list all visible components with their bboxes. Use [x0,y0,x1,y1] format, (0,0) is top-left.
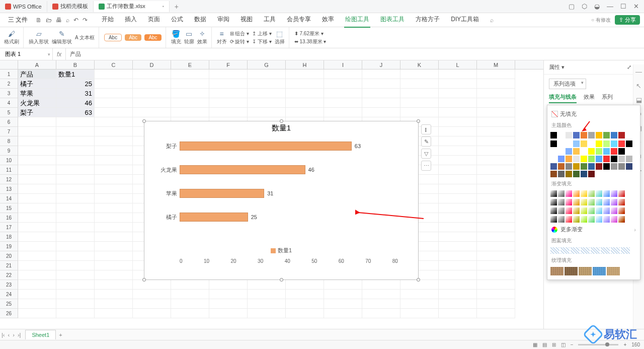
cell[interactable] [56,213,95,223]
gradient-swatch[interactable] [618,207,625,214]
color-swatch[interactable] [581,141,587,147]
color-swatch[interactable] [611,163,617,170]
gradient-swatch[interactable] [581,216,587,223]
cell[interactable] [286,108,324,117]
cell[interactable] [400,290,439,299]
gradient-swatch[interactable] [581,199,587,205]
select-button[interactable]: ⬚选择 [275,30,285,45]
cell[interactable] [362,98,400,108]
cell[interactable] [439,146,477,156]
cell[interactable] [18,223,56,232]
color-swatch[interactable] [550,171,557,177]
cell[interactable] [95,69,133,79]
gradient-swatch[interactable] [618,216,625,223]
pattern-swatch[interactable] [581,247,590,254]
bar-rect[interactable] [180,142,352,151]
color-swatch[interactable] [566,141,572,147]
zoom-slider[interactable] [578,344,618,345]
color-swatch[interactable] [573,156,580,162]
cell[interactable] [95,108,133,117]
edge-minus-icon[interactable]: — [635,67,643,76]
gradient-swatch[interactable] [611,216,617,223]
gradient-swatch[interactable] [558,199,565,205]
color-swatch[interactable] [626,156,632,162]
shape-height-input[interactable]: ⬍ 7.62厘米 ▾ [294,30,327,37]
gradient-swatch[interactable] [611,207,617,214]
color-swatch[interactable] [558,141,565,147]
color-swatch[interactable] [603,163,610,170]
row-header[interactable]: 10 [0,156,18,165]
tab-tools[interactable]: 工具 [263,12,277,28]
tab-workbook[interactable]: 工作簿数量.xlsx • [94,1,170,12]
cell[interactable] [439,175,477,184]
cell[interactable] [439,290,477,299]
cell[interactable] [18,290,56,299]
search-icon[interactable]: ⌕ [66,17,69,24]
cell[interactable] [56,232,95,242]
cell[interactable] [18,309,56,318]
color-swatch[interactable] [611,141,617,147]
color-swatch[interactable] [550,163,557,170]
cell[interactable] [133,299,171,309]
row-header[interactable]: 16 [0,213,18,223]
chart-bar[interactable]: 梨子63 [180,141,398,151]
cell[interactable] [439,79,477,89]
effect-button[interactable]: ✧效果 [197,30,207,45]
cell[interactable] [439,89,477,98]
cell[interactable] [95,203,133,213]
color-swatch[interactable] [573,141,580,147]
align-button[interactable]: ≡对齐 [217,30,227,45]
cell[interactable] [477,117,515,127]
avatar-icon[interactable]: ◒ [594,3,600,10]
zoom-in-icon[interactable]: + [623,342,626,347]
cell[interactable] [439,165,477,175]
cell[interactable] [95,223,133,232]
window-hex-icon[interactable]: ⬡ [582,3,587,10]
view-reader-icon[interactable]: ◫ [561,342,566,347]
col-header-F[interactable]: F [209,60,248,69]
cell[interactable] [133,69,171,79]
color-swatch[interactable] [618,156,625,162]
bar-rect[interactable] [180,189,264,198]
tab-data[interactable]: 数据 [193,12,207,28]
cell[interactable] [56,127,95,136]
gradient-swatch[interactable] [596,216,602,223]
chart-style-button[interactable]: ✎ [421,136,431,147]
cell[interactable] [18,261,56,270]
row-header[interactable]: 1 [0,69,18,79]
cell[interactable] [56,309,95,318]
cell[interactable] [362,280,400,290]
gradient-swatch[interactable] [581,190,587,197]
cell[interactable] [477,299,515,309]
cell[interactable] [56,156,95,165]
color-swatch[interactable] [588,171,595,177]
cell[interactable] [286,299,324,309]
gradient-swatch[interactable] [596,207,602,214]
row-header[interactable]: 9 [0,146,18,156]
edit-shape-button[interactable]: ✎编辑形状 [52,30,72,45]
cell[interactable] [324,309,362,318]
row-header[interactable]: 26 [0,309,18,318]
row-header[interactable]: 23 [0,280,18,290]
cell[interactable] [477,309,515,318]
cell[interactable] [477,213,515,223]
select-all-corner[interactable] [0,60,18,69]
more-gradient-button[interactable]: 更多渐变› [550,224,637,235]
cell[interactable] [18,136,56,146]
cell[interactable] [400,69,439,79]
embedded-chart[interactable]: 数量1 梨子63火龙果46苹果31橘子25 01020304050607080 … [144,121,419,280]
color-swatch[interactable] [558,171,565,177]
row-header[interactable]: 24 [0,290,18,299]
cell[interactable] [439,156,477,165]
chart-plot-area[interactable]: 梨子63火龙果46苹果31橘子25 [154,136,408,247]
cell[interactable] [95,165,133,175]
cell[interactable] [439,270,477,280]
cell[interactable] [18,175,56,184]
cell[interactable] [56,136,95,146]
gradient-swatch[interactable] [566,216,572,223]
cell[interactable] [133,280,171,290]
row-header[interactable]: 13 [0,184,18,194]
cell[interactable] [209,280,248,290]
color-swatch[interactable] [603,141,610,147]
cell[interactable] [400,79,439,89]
